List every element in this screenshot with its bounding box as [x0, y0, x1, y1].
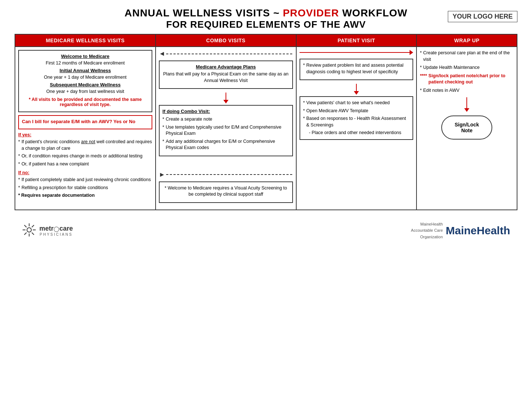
billing-question: Can I bill for separate E/M with an AWV?… [22, 119, 149, 124]
wrap-item3: **** Sign/lock patient note/chart prior … [420, 73, 514, 86]
svg-line-8 [24, 232, 27, 235]
if-no-section: If no: * If patient completely stable an… [18, 170, 152, 199]
mainehealth-logo: MaineHealth Accountable Care Organizatio… [411, 221, 510, 240]
metrocare-icon [22, 223, 36, 239]
advantage-desc: Plans that will pay for a Physical Exam … [163, 71, 289, 84]
mainhealth-small-text: MaineHealth Accountable Care Organizatio… [411, 221, 443, 240]
medicare-advantage-box: Medicare Advantage Plans Plans that will… [159, 60, 293, 89]
wrap-item2: * Update Health Maintenance [420, 64, 514, 71]
down-arrow1 [159, 93, 293, 103]
combo-visit-box: If doing Combo Visit: * Create a separat… [159, 105, 293, 156]
main-workflow-table: MEDICARE WELLNESS VISITS COMBO VISITS PA… [15, 34, 517, 210]
combo-item2: * Use templates typically used for E/M a… [163, 124, 289, 137]
mainhealth-large-text: MaineHealth [446, 224, 510, 237]
svg-point-0 [27, 228, 31, 232]
page-footer: metr◯care PHYSICIANS MaineHealth Account… [15, 218, 517, 244]
down-arrow-patient [300, 84, 414, 95]
bullet-star2: * [18, 153, 20, 160]
no-item1: * If patient completely stable and just … [18, 177, 152, 183]
page-wrapper: ANNUAL WELLNESS VISITS ~ PROVIDER WORKFL… [15, 7, 517, 244]
title-part1: ANNUAL WELLNESS VISITS ~ [125, 7, 283, 19]
col3-cell: * Review patient problem list and assess… [296, 47, 417, 210]
initial-desc: One year + 1 day of Medicare enrollment [22, 75, 149, 80]
col4-header: WRAP UP [416, 34, 517, 47]
subsequent-desc: One year + day from last wellness visit [22, 89, 149, 94]
billing-question-box: Can I bill for separate E/M with an AWV?… [18, 115, 152, 129]
metrocare-text-block: metr◯care PHYSICIANS [39, 225, 73, 236]
page-header: ANNUAL WELLNESS VISITS ~ PROVIDER WORKFL… [15, 7, 517, 30]
bullet-star4: * [18, 177, 20, 183]
arrow-right-head: ► [159, 171, 165, 179]
review-problem-list-box: * Review patient problem list and assess… [300, 59, 414, 80]
metrocare-logo: metr◯care PHYSICIANS [22, 223, 73, 239]
bullet-star5: * [18, 185, 20, 191]
patient-item3: * Open Medicare AWV Template [303, 108, 410, 114]
if-yes-section: If yes: * If patient's chronic condition… [18, 132, 152, 167]
title-part2: PROVIDER [283, 7, 339, 19]
metrocare-physicians: PHYSICIANS [39, 232, 73, 236]
arrow-left-head: ◄ [159, 50, 165, 58]
svg-line-5 [24, 225, 27, 227]
col1-cell: Welcome to Medicare First 12 months of M… [15, 47, 156, 210]
if-yes-label: If yes: [18, 132, 152, 137]
combo-title: If doing Combo Visit: [163, 109, 289, 114]
metrocare-name: metr◯care [39, 225, 73, 232]
view-chart-box: * View patients' chart to see what's nee… [300, 96, 414, 140]
advantage-title: Medicare Advantage Plans [163, 64, 289, 70]
down-arrow-wrapup [420, 97, 514, 112]
sign-lock-oval[interactable]: Sign/Lock Note [441, 116, 492, 140]
all-visits-note: * All visits to be provided and document… [22, 97, 149, 107]
patient-item4: * Based on responses to - Health Risk As… [303, 116, 410, 128]
dashed-arrow-from-col1: ◄ [159, 50, 293, 58]
welcome-acuity-box: * Welcome to Medicare requires a Visual … [159, 181, 293, 203]
combo-item1: * Create a separate note [163, 116, 289, 123]
col2-header: COMBO VISITS [156, 34, 296, 47]
wrap-up-items: * Create personal care plan at the end o… [420, 50, 514, 94]
bullet-star1: * [18, 139, 20, 152]
dashed-arrow-to-welcome: ► [159, 171, 293, 179]
svg-line-7 [32, 225, 34, 227]
yes-item2: * Or, if condition requires change in me… [18, 153, 152, 160]
logo-placeholder: YOUR LOGO HERE [448, 11, 517, 22]
metrocare-gear-icon [22, 223, 36, 237]
subsequent-title: Subsequent Medicare Wellness [22, 82, 149, 87]
bullet-star3: * [18, 161, 20, 168]
main-title: ANNUAL WELLNESS VISITS ~ PROVIDER WORKFL… [15, 7, 517, 19]
patient-item1: * Review patient problem list and assess… [303, 62, 410, 75]
initial-awv-title: Initial Annual Wellness [22, 68, 149, 73]
yes-item1-text: If patient's chronic conditions are not … [21, 139, 152, 152]
col3-header: PATIENT VISIT [296, 34, 417, 47]
no-item2: * Refilling a prescription for stable co… [18, 185, 152, 191]
patient-item5: - Place orders and other needed interven… [303, 130, 410, 136]
col4-cell: * Create personal care plan at the end o… [416, 47, 517, 210]
subtitle: FOR REQUIRED ELEMENTS OF THE AWV [15, 19, 517, 30]
yes-item3: * Or, if patient has a new complaint [18, 161, 152, 168]
wrap-item1: * Create personal care plan at the end o… [420, 50, 514, 63]
wrap-item4: * Edit notes in AWV [420, 87, 514, 94]
welcome-to-medicare-title: Welcome to Medicare [22, 54, 149, 59]
red-arrow-from-combo [300, 50, 414, 55]
patient-item2: * View patients' chart to see what's nee… [303, 100, 410, 106]
medicare-types-box: Welcome to Medicare First 12 months of M… [18, 50, 152, 112]
yes-item1: * If patient's chronic conditions are no… [18, 139, 152, 152]
title-part3: WORKFLOW [339, 7, 407, 19]
no-item3: * Requires separate documentation [18, 192, 152, 199]
welcome-note: * Welcome to Medicare requires a Visual … [163, 185, 289, 198]
welcome-desc: First 12 months of Medicare enrollment [22, 60, 149, 66]
if-no-label: If no: [18, 170, 152, 175]
col1-header: MEDICARE WELLNESS VISITS [15, 34, 156, 47]
combo-item3: * Add any additional charges for E/M or … [163, 138, 289, 151]
svg-line-6 [32, 232, 34, 235]
spacer [159, 160, 293, 171]
col2-cell: ◄ Medicare Advantage Plans Plans that wi… [156, 47, 296, 210]
